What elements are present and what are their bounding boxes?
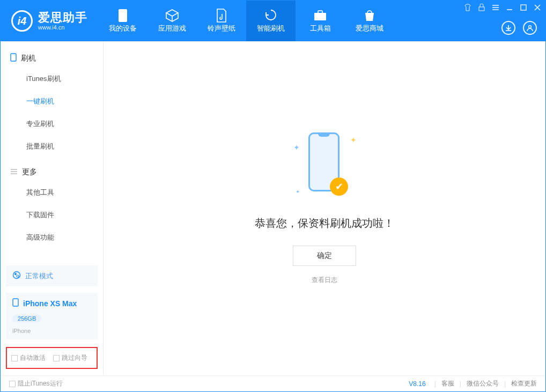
section-title-label: 更多 xyxy=(22,167,37,177)
skip-guide-label: 跳过向导 xyxy=(62,353,87,363)
block-itunes-label: 阻止iTunes运行 xyxy=(18,379,63,388)
nav-ringtone-wallpaper[interactable]: 铃声壁纸 xyxy=(197,1,246,41)
block-itunes-checkbox[interactable]: 阻止iTunes运行 xyxy=(9,379,63,388)
phone-notch-icon xyxy=(318,132,330,137)
header: i4 爱思助手 www.i4.cn 我的设备 应用游戏 铃声壁纸 智能刷机 xyxy=(1,1,545,41)
logo-icon: i4 xyxy=(11,10,33,32)
svg-rect-4 xyxy=(521,5,526,10)
sidebar-item-download-firmware[interactable]: 下载固件 xyxy=(26,204,103,226)
sidebar-item-one-click-flash[interactable]: 一键刷机 xyxy=(26,90,103,113)
nav-apps-games[interactable]: 应用游戏 xyxy=(147,1,197,41)
nav-label: 我的设备 xyxy=(109,24,137,33)
auto-activate-label: 自动激活 xyxy=(20,353,46,363)
sidebar-items-more: 其他工具 下载固件 高级功能 xyxy=(1,181,103,249)
sparkle-icon: ✦ xyxy=(296,189,300,195)
footer: 阻止iTunes运行 V8.16 | 客服 | 微信公众号 | 检查更新 xyxy=(1,375,545,391)
device-type-label: iPhone xyxy=(12,328,31,334)
device-name-row: iPhone XS Max xyxy=(12,298,77,308)
sparkle-icon: ✦ xyxy=(350,136,357,144)
logo-text: 爱思助手 www.i4.cn xyxy=(38,11,87,31)
top-nav: 我的设备 应用游戏 铃声壁纸 智能刷机 工具箱 爱思商城 xyxy=(98,1,394,41)
svg-point-8 xyxy=(14,273,17,275)
footer-link-support[interactable]: 客服 xyxy=(441,379,454,388)
lock-icon[interactable] xyxy=(477,3,486,12)
svg-rect-10 xyxy=(13,299,18,306)
shirt-icon[interactable] xyxy=(463,3,473,12)
confirm-button[interactable]: 确定 xyxy=(293,246,356,266)
nav-my-device[interactable]: 我的设备 xyxy=(98,1,147,41)
sidebar-item-other-tools[interactable]: 其他工具 xyxy=(26,181,103,204)
device-phone-icon xyxy=(12,298,19,308)
options-box: 自动激活 跳过向导 xyxy=(6,347,98,369)
mode-panel[interactable]: 正常模式 xyxy=(6,265,98,286)
svg-point-9 xyxy=(17,275,19,277)
sidebar-items-flash: iTunes刷机 一键刷机 专业刷机 批量刷机 xyxy=(1,68,103,158)
phone-small-icon xyxy=(10,53,17,63)
footer-link-wechat[interactable]: 微信公众号 xyxy=(467,379,499,388)
sidebar-item-batch-flash[interactable]: 批量刷机 xyxy=(26,135,103,158)
app-title: 爱思助手 xyxy=(38,11,87,24)
nav-toolbox[interactable]: 工具箱 xyxy=(296,1,345,41)
checkbox-icon xyxy=(11,355,18,361)
footer-right: V8.16 | 客服 | 微信公众号 | 检查更新 xyxy=(409,379,537,388)
sidebar-item-itunes-flash[interactable]: iTunes刷机 xyxy=(26,68,103,90)
mode-label: 正常模式 xyxy=(25,271,53,281)
device-name-label: iPhone XS Max xyxy=(23,299,77,308)
nav-smart-flash[interactable]: 智能刷机 xyxy=(246,1,296,41)
checkbox-icon xyxy=(9,381,16,387)
list-icon xyxy=(10,168,18,176)
body: 刷机 iTunes刷机 一键刷机 专业刷机 批量刷机 更多 其他工具 下载固件 … xyxy=(1,41,545,375)
app-window: i4 爱思助手 www.i4.cn 我的设备 应用游戏 铃声壁纸 智能刷机 xyxy=(0,0,546,392)
svg-rect-2 xyxy=(318,11,322,13)
sidebar-section-more: 更多 xyxy=(1,163,103,181)
refresh-shield-icon xyxy=(264,9,278,23)
app-subtitle: www.i4.cn xyxy=(38,24,87,31)
svg-rect-0 xyxy=(119,9,127,22)
checkbox-icon xyxy=(53,355,60,361)
sidebar: 刷机 iTunes刷机 一键刷机 专业刷机 批量刷机 更多 其他工具 下载固件 … xyxy=(1,41,104,375)
close-button[interactable] xyxy=(533,3,542,12)
nav-label: 工具箱 xyxy=(310,24,331,33)
nav-label: 爱思商城 xyxy=(356,24,383,33)
nav-store[interactable]: 爱思商城 xyxy=(345,1,394,41)
logo-area: i4 爱思助手 www.i4.cn xyxy=(1,1,98,41)
sidebar-item-pro-flash[interactable]: 专业刷机 xyxy=(26,113,103,135)
check-badge-icon: ✔ xyxy=(330,177,348,196)
sidebar-section-flash: 刷机 xyxy=(1,49,103,68)
device-icon xyxy=(116,9,130,23)
version-label: V8.16 xyxy=(409,380,425,388)
music-file-icon xyxy=(215,9,228,23)
section-title-label: 刷机 xyxy=(21,54,36,63)
view-log-link[interactable]: 查看日志 xyxy=(312,276,337,285)
maximize-button[interactable] xyxy=(519,3,528,12)
footer-link-check-update[interactable]: 检查更新 xyxy=(511,379,537,388)
success-illustration: ✦ ✦ ✦ ✔ xyxy=(292,132,357,202)
cube-icon xyxy=(165,9,179,23)
svg-rect-1 xyxy=(314,13,326,20)
toolbox-icon xyxy=(313,9,327,23)
svg-point-7 xyxy=(13,272,20,279)
nav-label: 智能刷机 xyxy=(257,24,285,33)
download-icon[interactable] xyxy=(501,21,515,35)
device-capacity-badge: 256GB xyxy=(12,315,41,322)
bag-icon xyxy=(363,9,377,23)
sparkle-icon: ✦ xyxy=(293,143,300,152)
nav-label: 应用游戏 xyxy=(158,24,186,33)
window-controls xyxy=(463,3,542,12)
auto-activate-checkbox[interactable]: 自动激活 xyxy=(11,353,46,363)
menu-icon[interactable] xyxy=(491,3,500,12)
svg-rect-3 xyxy=(479,7,484,11)
sidebar-item-advanced[interactable]: 高级功能 xyxy=(26,226,103,249)
main-content: ✦ ✦ ✦ ✔ 恭喜您，保资料刷机成功啦！ 确定 查看日志 xyxy=(104,41,545,375)
success-message: 恭喜您，保资料刷机成功啦！ xyxy=(255,216,394,231)
skip-guide-checkbox[interactable]: 跳过向导 xyxy=(53,353,87,363)
svg-rect-6 xyxy=(11,54,16,61)
header-right-icons xyxy=(501,21,537,35)
device-panel[interactable]: iPhone XS Max 256GB iPhone xyxy=(6,293,98,339)
mode-icon xyxy=(12,271,21,281)
svg-point-5 xyxy=(529,26,532,28)
nav-label: 铃声壁纸 xyxy=(208,24,235,33)
user-icon[interactable] xyxy=(523,21,537,35)
minimize-button[interactable] xyxy=(505,3,514,12)
